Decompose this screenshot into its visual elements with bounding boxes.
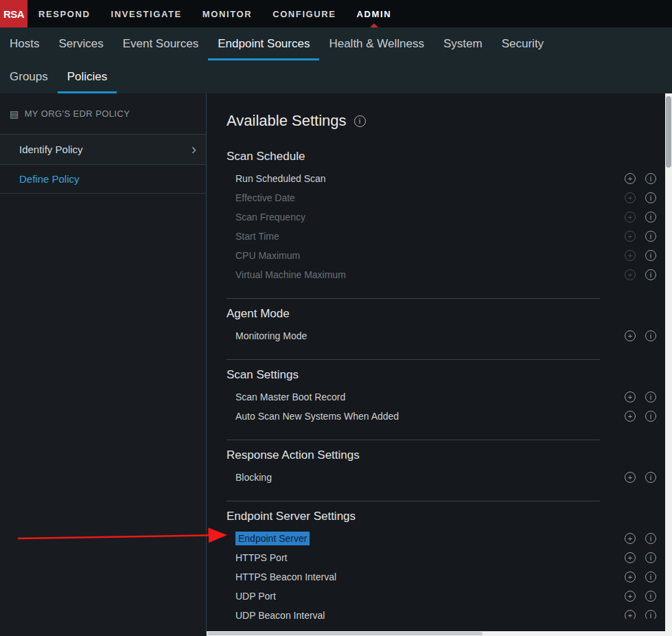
vertical-scrollbar-thumb[interactable]	[666, 96, 671, 168]
vertical-scrollbar-track[interactable]	[665, 93, 672, 636]
tab-hosts[interactable]: Hosts	[0, 27, 49, 60]
info-icon[interactable]: i	[645, 552, 656, 563]
nav-investigate[interactable]: INVESTIGATE	[101, 0, 192, 27]
add-setting-icon[interactable]: +	[625, 411, 636, 422]
add-setting-icon[interactable]: +	[625, 330, 636, 341]
tab-system[interactable]: System	[434, 27, 492, 60]
setting-row: Start Time + i	[227, 227, 656, 246]
setting-label: Monitoring Mode	[235, 330, 307, 341]
info-icon[interactable]: i	[645, 269, 656, 280]
row-icons: + i	[625, 533, 656, 544]
setting-label: HTTPS Beacon Interval	[235, 571, 336, 582]
setting-label: Auto Scan New Systems When Added	[235, 411, 399, 422]
row-icons: + i	[625, 212, 656, 223]
tab-policies[interactable]: Policies	[58, 60, 117, 93]
setting-label: UDP Beacon Interval	[235, 610, 325, 619]
add-setting-icon[interactable]: +	[625, 391, 636, 402]
info-icon[interactable]: i	[645, 533, 656, 544]
setting-label-highlighted: Endpoint Server	[235, 532, 310, 545]
setting-row: Virtual Machine Maximum + i	[227, 265, 656, 284]
info-icon[interactable]: i	[645, 173, 656, 184]
tab-groups[interactable]: Groups	[0, 60, 58, 93]
setting-row: Blocking + i	[227, 468, 656, 487]
nav-admin[interactable]: ADMIN	[347, 0, 402, 27]
info-icon[interactable]: i	[645, 391, 656, 402]
page-body: ▤ MY ORG'S EDR POLICY Identify Policy › …	[0, 93, 672, 636]
horizontal-scrollbar-thumb[interactable]	[207, 632, 483, 635]
nav-monitor[interactable]: MONITOR	[192, 0, 262, 27]
row-icons: + i	[625, 472, 656, 483]
step-label: Define Policy	[19, 173, 80, 185]
add-setting-icon[interactable]: +	[625, 571, 636, 582]
info-icon[interactable]: i	[645, 411, 656, 422]
info-icon[interactable]: i	[645, 212, 656, 223]
tab-services[interactable]: Services	[49, 27, 113, 60]
tab-endpoint-sources[interactable]: Endpoint Sources	[208, 27, 319, 60]
info-icon[interactable]: i	[645, 330, 656, 341]
info-icon[interactable]: i	[354, 115, 366, 127]
add-setting-icon[interactable]: +	[625, 472, 636, 483]
sidebar-step-identify-policy[interactable]: Identify Policy ›	[0, 135, 206, 165]
sidebar-step-define-policy[interactable]: Define Policy	[0, 165, 206, 194]
section-title: Scan Schedule	[227, 148, 672, 165]
setting-label: Run Scheduled Scan	[235, 173, 326, 184]
row-icons: + i	[625, 192, 656, 203]
add-setting-icon[interactable]: +	[625, 533, 636, 544]
policy-doc-icon: ▤	[10, 109, 19, 119]
policy-wizard-sidebar: ▤ MY ORG'S EDR POLICY Identify Policy › …	[0, 93, 207, 636]
settings-section-response-action: Response Action Settings Blocking + i	[227, 447, 672, 501]
setting-label: Virtual Machine Maximum	[235, 269, 346, 280]
setting-row: Endpoint Server + i	[227, 529, 656, 548]
admin-subnav: Hosts Services Event Sources Endpoint So…	[0, 27, 672, 93]
setting-row: UDP Beacon Interval + i	[227, 606, 656, 619]
setting-label: HTTPS Port	[235, 552, 287, 563]
add-setting-icon[interactable]: +	[625, 610, 636, 619]
setting-row: Monitoring Mode + i	[227, 326, 656, 345]
setting-row: UDP Port + i	[227, 587, 656, 606]
chevron-right-icon: ›	[192, 142, 196, 157]
available-settings-panel: Available Settings i Scan Schedule Run S…	[207, 93, 672, 619]
setting-label: Effective Date	[235, 192, 295, 203]
info-icon[interactable]: i	[645, 571, 656, 582]
row-icons: + i	[625, 231, 656, 242]
add-setting-icon: +	[625, 269, 636, 280]
setting-label: Blocking	[235, 472, 272, 483]
tab-event-sources[interactable]: Event Sources	[113, 27, 209, 60]
setting-row: Effective Date + i	[227, 188, 656, 207]
info-icon[interactable]: i	[645, 250, 656, 261]
primary-nav: RESPOND INVESTIGATE MONITOR CONFIGURE AD…	[28, 0, 402, 27]
add-setting-icon[interactable]: +	[625, 552, 636, 563]
add-setting-icon[interactable]: +	[625, 173, 636, 184]
row-icons: + i	[625, 330, 656, 341]
rsa-netwitness-admin-screen: RSA RESPOND INVESTIGATE MONITOR CONFIGUR…	[0, 0, 672, 636]
section-rows: Scan Master Boot Record + i Auto Scan Ne…	[227, 387, 672, 426]
tab-security[interactable]: Security	[492, 27, 553, 60]
add-setting-icon: +	[625, 192, 636, 203]
info-icon[interactable]: i	[645, 231, 656, 242]
info-icon[interactable]: i	[645, 591, 656, 602]
policy-name-label: MY ORG'S EDR POLICY	[25, 109, 130, 119]
step-label: Identify Policy	[19, 144, 83, 155]
add-setting-icon: +	[625, 250, 636, 261]
horizontal-scrollbar-track[interactable]	[207, 631, 665, 636]
setting-label: UDP Port	[235, 591, 276, 602]
add-setting-icon[interactable]: +	[625, 591, 636, 602]
tab-health-wellness[interactable]: Health & Wellness	[319, 27, 434, 60]
setting-row: Auto Scan New Systems When Added + i	[227, 407, 656, 426]
section-rows: Endpoint Server + i HTTPS Port + i	[227, 529, 672, 619]
nav-configure[interactable]: CONFIGURE	[262, 0, 346, 27]
info-icon[interactable]: i	[645, 192, 656, 203]
nav-admin-label: ADMIN	[357, 9, 392, 19]
section-title: Scan Settings	[227, 367, 672, 383]
rsa-logo[interactable]: RSA	[0, 0, 27, 27]
row-icons: + i	[625, 269, 656, 280]
nav-respond[interactable]: RESPOND	[28, 0, 101, 27]
settings-section-scan-settings: Scan Settings Scan Master Boot Record + …	[227, 367, 672, 440]
info-icon[interactable]: i	[645, 472, 656, 483]
row-icons: + i	[625, 591, 656, 602]
info-icon[interactable]: i	[645, 610, 656, 619]
row-icons: + i	[625, 571, 656, 582]
section-title: Endpoint Server Settings	[227, 508, 672, 525]
setting-row: Scan Frequency + i	[227, 207, 656, 227]
setting-label: Scan Frequency	[235, 212, 305, 223]
